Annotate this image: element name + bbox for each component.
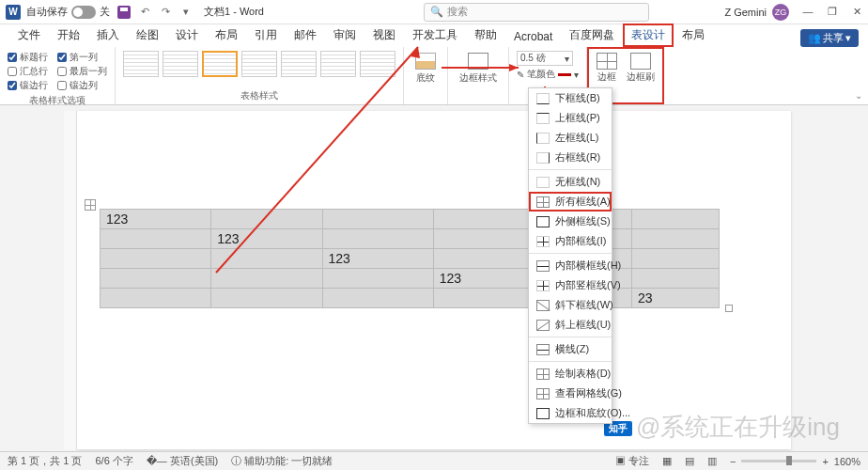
dropdown-item[interactable]: 边框和底纹(O)... bbox=[529, 403, 612, 423]
table-cell[interactable] bbox=[322, 210, 433, 229]
save-icon[interactable] bbox=[117, 6, 131, 19]
tab-acrobat[interactable]: Acrobat bbox=[505, 26, 561, 47]
dropdown-item[interactable]: 上框线(P) bbox=[529, 108, 612, 128]
redo-icon[interactable]: ↷ bbox=[159, 6, 172, 19]
minimize-button[interactable]: — bbox=[802, 6, 814, 18]
check-banded-row[interactable]: 镶边行 bbox=[8, 79, 48, 92]
table-cell[interactable] bbox=[101, 249, 211, 269]
search-box[interactable]: 🔍 搜索 bbox=[424, 3, 649, 22]
style-thumb[interactable] bbox=[320, 51, 356, 77]
tab-insert[interactable]: 插入 bbox=[88, 24, 128, 47]
dropdown-item[interactable]: 外侧框线(S) bbox=[529, 212, 612, 231]
status-focus-mode[interactable]: ▣ 专注 bbox=[615, 454, 649, 468]
style-thumb[interactable] bbox=[241, 51, 277, 77]
autosave-toggle[interactable]: 自动保存 关 bbox=[26, 5, 110, 19]
zoom-value[interactable]: 160% bbox=[834, 456, 860, 467]
check-last-col[interactable]: 最后一列 bbox=[57, 65, 107, 78]
toggle-switch-icon[interactable] bbox=[71, 6, 96, 19]
close-button[interactable]: ✕ bbox=[851, 6, 862, 18]
document-table[interactable]: 123 123 123 bbox=[100, 209, 720, 308]
table-cell[interactable] bbox=[101, 269, 211, 289]
tab-baidu[interactable]: 百度网盘 bbox=[561, 24, 623, 47]
tab-table-layout[interactable]: 布局 bbox=[674, 24, 713, 47]
qat-dropdown-icon[interactable]: ▾ bbox=[179, 6, 193, 19]
tab-mailings[interactable]: 邮件 bbox=[286, 24, 325, 47]
table-cell[interactable] bbox=[632, 269, 720, 289]
tab-table-design[interactable]: 表设计 bbox=[623, 24, 674, 47]
undo-icon[interactable]: ↶ bbox=[138, 6, 151, 19]
status-accessibility[interactable]: ⓘ 辅助功能: 一切就绪 bbox=[231, 454, 333, 468]
user-account[interactable]: Z Gemini ZG bbox=[724, 4, 789, 21]
status-language[interactable]: �— 英语(美国) bbox=[147, 454, 218, 468]
status-page[interactable]: 第 1 页，共 1 页 bbox=[8, 454, 82, 468]
collapse-ribbon-icon[interactable]: ⌄ bbox=[855, 90, 862, 101]
check-header-row[interactable]: 标题行 bbox=[8, 51, 48, 64]
style-thumb[interactable] bbox=[281, 51, 317, 77]
tab-help[interactable]: 帮助 bbox=[466, 24, 505, 47]
tab-view[interactable]: 视图 bbox=[364, 24, 404, 47]
table-cell[interactable] bbox=[101, 229, 211, 249]
check-first-col[interactable]: 第一列 bbox=[57, 51, 98, 64]
tab-draw[interactable]: 绘图 bbox=[128, 24, 167, 47]
tab-developer[interactable]: 开发工具 bbox=[404, 24, 466, 47]
table-cell[interactable] bbox=[322, 289, 433, 308]
table-cell[interactable] bbox=[322, 229, 433, 249]
table-move-handle-icon[interactable] bbox=[85, 199, 96, 211]
tab-home[interactable]: 开始 bbox=[49, 24, 88, 47]
table-cell[interactable]: 123 bbox=[322, 249, 433, 269]
table-cell[interactable] bbox=[322, 269, 433, 289]
border-painter-button[interactable]: 边框刷 bbox=[623, 51, 659, 101]
table-cell[interactable]: 123 bbox=[101, 210, 211, 229]
dropdown-item[interactable]: 内部框线(I) bbox=[529, 231, 612, 251]
table-cell[interactable] bbox=[211, 210, 322, 229]
dropdown-item[interactable]: 斜下框线(W) bbox=[529, 295, 612, 315]
table-cell[interactable] bbox=[211, 269, 322, 289]
tab-design[interactable]: 设计 bbox=[167, 24, 207, 47]
style-thumb[interactable] bbox=[360, 51, 395, 77]
view-print-layout-icon[interactable]: ▦ bbox=[662, 455, 672, 467]
table-cell[interactable] bbox=[211, 249, 322, 269]
dropdown-item[interactable]: 所有框线(A) bbox=[529, 192, 612, 212]
table-cell[interactable] bbox=[632, 210, 720, 229]
pen-color-label: 笔颜色 bbox=[527, 68, 555, 81]
table-cell[interactable] bbox=[101, 289, 211, 308]
dropdown-item[interactable]: 内部竖框线(V) bbox=[529, 275, 612, 295]
dropdown-item[interactable]: 下框线(B) bbox=[529, 88, 612, 108]
border-styles-button[interactable]: 边框样式 bbox=[456, 51, 501, 86]
pen-weight-input[interactable]: 0.5 磅 ▾ bbox=[517, 51, 573, 66]
dropdown-item[interactable]: 斜上框线(U) bbox=[529, 315, 612, 335]
tab-layout[interactable]: 布局 bbox=[207, 24, 246, 47]
share-button[interactable]: 👥 共享 ▾ bbox=[800, 29, 859, 47]
table-cell[interactable] bbox=[632, 229, 720, 249]
dropdown-item[interactable]: 绘制表格(D) bbox=[529, 364, 612, 384]
view-web-layout-icon[interactable]: ▥ bbox=[707, 455, 717, 467]
zoom-slider[interactable]: − + 160% bbox=[730, 456, 860, 467]
dropdown-item[interactable]: 内部横框线(H) bbox=[529, 256, 612, 275]
zoom-in-icon[interactable]: + bbox=[822, 456, 828, 467]
maximize-button[interactable]: ❐ bbox=[827, 6, 838, 18]
check-banded-col[interactable]: 镶边列 bbox=[57, 79, 98, 92]
style-thumb[interactable] bbox=[123, 51, 159, 77]
style-thumb-selected[interactable] bbox=[202, 51, 238, 77]
dropdown-item[interactable]: 查看网格线(G) bbox=[529, 384, 612, 403]
dropdown-item[interactable]: 无框线(N) bbox=[529, 172, 612, 192]
dropdown-item[interactable]: 左框线(L) bbox=[529, 128, 612, 148]
dropdown-item[interactable]: 右框线(R) bbox=[529, 148, 612, 167]
table-cell[interactable] bbox=[632, 249, 720, 269]
tab-review[interactable]: 审阅 bbox=[325, 24, 364, 47]
tab-file[interactable]: 文件 bbox=[9, 24, 49, 47]
view-read-mode-icon[interactable]: ▤ bbox=[685, 455, 694, 467]
table-styles-gallery[interactable] bbox=[123, 51, 395, 77]
shading-button[interactable]: 底纹 bbox=[411, 51, 440, 86]
table-cell[interactable]: 23 bbox=[632, 289, 720, 308]
check-total-row[interactable]: 汇总行 bbox=[8, 65, 48, 78]
table-resize-handle-icon[interactable] bbox=[725, 305, 733, 312]
zoom-out-icon[interactable]: − bbox=[730, 456, 736, 467]
pen-color-button[interactable]: ✎ 笔颜色 ▾ bbox=[517, 68, 579, 81]
table-cell[interactable] bbox=[211, 289, 322, 308]
dropdown-item[interactable]: 横线(Z) bbox=[529, 339, 612, 359]
table-cell[interactable]: 123 bbox=[211, 229, 322, 249]
status-word-count[interactable]: 6/6 个字 bbox=[95, 454, 132, 468]
style-thumb[interactable] bbox=[163, 51, 198, 77]
tab-references[interactable]: 引用 bbox=[246, 24, 286, 47]
